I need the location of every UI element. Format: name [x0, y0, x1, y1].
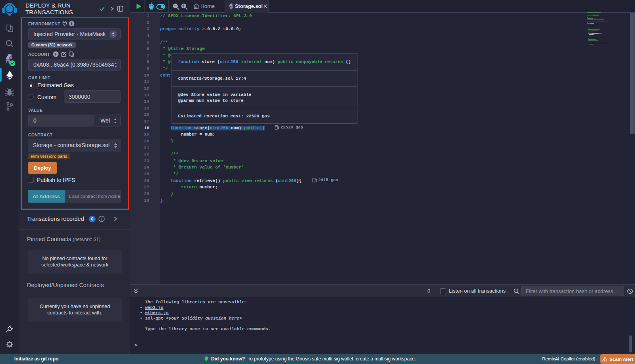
svg-text:i: i [101, 217, 102, 221]
svg-text:i: i [71, 21, 72, 26]
